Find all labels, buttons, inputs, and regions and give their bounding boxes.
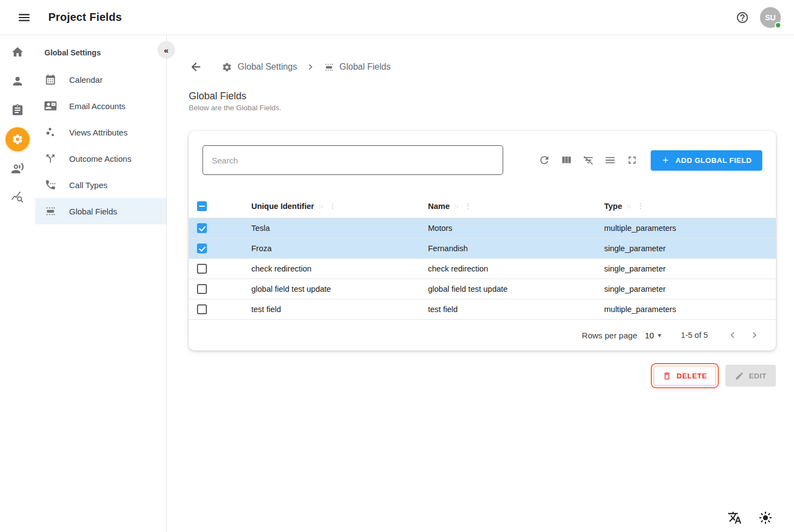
column-menu-icon[interactable]: ⋮ [329, 202, 336, 210]
chevron-right-icon [305, 61, 316, 72]
row-checkbox[interactable] [197, 284, 207, 294]
breadcrumb-global-settings[interactable]: Global Settings [222, 62, 297, 72]
tasks-icon[interactable] [7, 99, 29, 121]
density-icon[interactable] [604, 154, 617, 167]
edit-button[interactable]: EDIT [725, 365, 776, 387]
select-all-checkbox[interactable] [197, 201, 207, 211]
row-checkbox[interactable] [197, 304, 207, 314]
fullscreen-icon[interactable] [626, 154, 639, 167]
row-checkbox[interactable] [197, 264, 207, 274]
cell-type: single_parameter [596, 264, 776, 273]
add-global-field-label: ADD GLOBAL FIELD [675, 156, 752, 165]
add-global-field-button[interactable]: ADD GLOBAL FIELD [651, 150, 762, 171]
global-fields-card: ADD GLOBAL FIELD Unique Identifier ↑↓ ⋮ … [189, 131, 776, 350]
sidebar: « Global Settings Calendar Email Account… [35, 35, 167, 532]
table-row[interactable]: test field test field multiple_parameter… [189, 299, 776, 320]
delete-button[interactable]: DELETE [654, 366, 716, 386]
cell-unique-identifier: Tesla [243, 224, 420, 233]
sidebar-item-call-types[interactable]: Call Types [35, 172, 166, 198]
sidebar-item-label: Global Fields [69, 207, 117, 216]
card-toolbar: ADD GLOBAL FIELD [189, 131, 776, 175]
cell-name: global field test update [420, 285, 596, 293]
sidebar-item-calendar[interactable]: Calendar [35, 66, 166, 93]
layout: « Global Settings Calendar Email Account… [0, 35, 794, 532]
chevron-right-icon[interactable] [747, 328, 762, 342]
refresh-icon[interactable] [538, 154, 551, 167]
delete-button-focus-ring: DELETE [651, 363, 719, 388]
column-menu-icon[interactable]: ⋮ [465, 202, 472, 210]
table-row[interactable]: Froza Fernandish single_parameter [189, 239, 776, 259]
filter-off-icon[interactable] [582, 154, 595, 167]
global-fields-table: Unique Identifier ↑↓ ⋮ Name ↑↓ ⋮ Type ↑↓… [189, 194, 776, 350]
settings-icon[interactable] [5, 127, 30, 151]
avatar[interactable]: SU [760, 7, 781, 28]
sidebar-item-email-accounts[interactable]: Email Accounts [35, 93, 166, 119]
analytics-icon[interactable] [7, 186, 29, 208]
page-subtitle: Below are the Global Fields. [189, 104, 794, 112]
cell-name: Fernandish [420, 244, 596, 253]
sort-icon[interactable]: ↑↓ [626, 202, 630, 210]
sort-icon[interactable]: ↑↓ [318, 202, 322, 210]
column-header-unique-identifier[interactable]: Unique Identifier ↑↓ ⋮ [243, 202, 420, 211]
home-icon[interactable] [7, 41, 29, 63]
rows-per-page-label: Rows per page [582, 331, 637, 340]
table-row[interactable]: global field test update global field te… [189, 279, 776, 299]
person-icon[interactable] [7, 70, 29, 92]
global-fields-icon [44, 205, 57, 217]
corner-utilities [727, 510, 773, 525]
page-title: Global Fields [189, 90, 794, 102]
sidebar-item-global-fields[interactable]: Global Fields [35, 198, 166, 224]
table-footer: Rows per page 10 ▼ 1-5 of 5 [189, 320, 776, 350]
row-checkbox[interactable] [197, 244, 207, 253]
cell-name: Motors [420, 224, 596, 233]
column-header-type[interactable]: Type ↑↓ ⋮ [596, 202, 776, 211]
page-head: Global Fields Below are the Global Field… [189, 90, 794, 112]
breadcrumb-label: Global Fields [340, 62, 391, 72]
breadcrumb-global-fields: Global Fields [324, 62, 391, 72]
cell-type: single_parameter [596, 244, 776, 253]
rows-per-page-select[interactable]: 10 ▼ [645, 331, 662, 340]
rows-per-page-value: 10 [645, 331, 654, 340]
cell-unique-identifier: test field [243, 305, 420, 314]
cell-name: check redirection [420, 264, 596, 273]
sidebar-item-outcome-actions[interactable]: Outcome Actions [35, 145, 166, 172]
table-row[interactable]: check redirection check redirection sing… [189, 259, 776, 279]
sidebar-item-label: Views Attributes [69, 128, 127, 137]
sidebar-section-title: Global Settings [44, 48, 166, 57]
sidebar-item-views-attributes[interactable]: Views Attributes [35, 119, 166, 145]
table-row[interactable]: Tesla Motors multiple_parameters [189, 218, 776, 239]
sidebar-collapse-button[interactable]: « [157, 41, 175, 59]
table-tool-icons [538, 154, 639, 167]
global-fields-icon [324, 62, 334, 72]
online-status-dot [775, 22, 781, 29]
back-arrow-icon[interactable] [189, 60, 203, 74]
columns-icon[interactable] [560, 154, 573, 167]
column-menu-icon[interactable]: ⋮ [637, 202, 644, 210]
translate-icon[interactable] [727, 510, 742, 525]
cell-type: single_parameter [596, 285, 776, 293]
voice-icon[interactable] [7, 157, 29, 179]
row-checkbox[interactable] [197, 223, 207, 233]
sidebar-item-label: Outcome Actions [69, 154, 131, 163]
cell-type: multiple_parameters [596, 224, 776, 233]
sort-icon[interactable]: ↑↓ [454, 202, 458, 210]
call-types-icon [44, 179, 57, 191]
pencil-icon [735, 371, 744, 381]
app-title: Project Fields [48, 11, 122, 24]
help-icon[interactable] [731, 7, 753, 29]
edit-button-label: EDIT [749, 372, 767, 380]
cell-unique-identifier: global field test update [243, 285, 420, 293]
pagination-range: 1-5 of 5 [681, 331, 708, 339]
email-accounts-icon [44, 100, 57, 112]
search-input[interactable] [202, 145, 503, 175]
hamburger-icon[interactable] [13, 7, 35, 29]
main-content: Global Settings Global Fields Global Fie… [167, 35, 794, 532]
theme-sun-icon[interactable] [758, 510, 773, 525]
gear-icon [222, 62, 232, 72]
sidebar-item-label: Calendar [69, 75, 103, 84]
column-header-name[interactable]: Name ↑↓ ⋮ [420, 202, 596, 211]
app-bar: Project Fields SU [0, 0, 794, 35]
chevron-left-icon[interactable] [725, 328, 740, 342]
calendar-icon [44, 73, 57, 86]
cell-name: test field [420, 305, 596, 314]
